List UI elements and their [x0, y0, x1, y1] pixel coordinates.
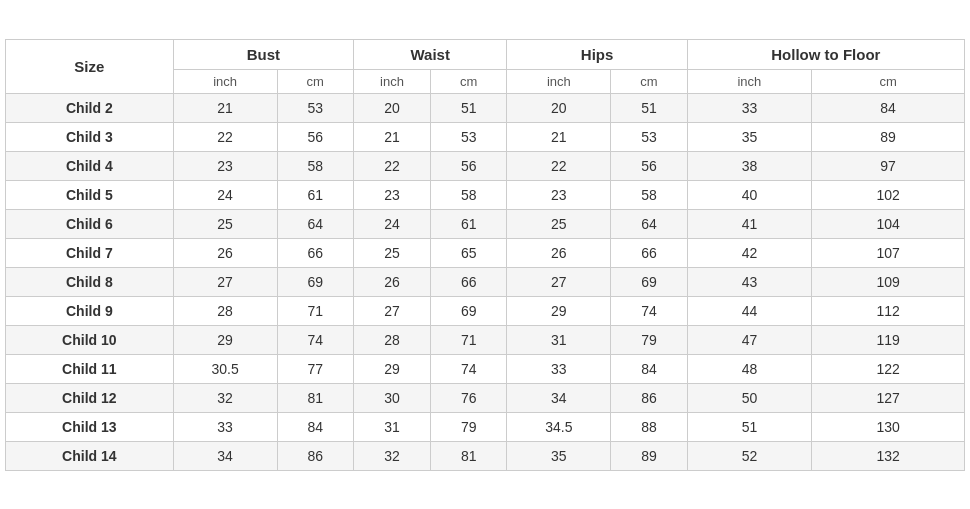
bust-cm-cell: 69: [277, 267, 353, 296]
hollow-cm-cell: 119: [812, 325, 965, 354]
hollow-cm-cell: 104: [812, 209, 965, 238]
size-cell: Child 3: [6, 122, 174, 151]
bust-cm-cell: 84: [277, 412, 353, 441]
waist-inch-cell: 24: [353, 209, 430, 238]
size-chart-table: Size Bust Waist Hips Hollow to Floor inc…: [5, 39, 965, 471]
waist-inch-cell: 23: [353, 180, 430, 209]
bust-inch-cell: 32: [173, 383, 277, 412]
waist-group-header: Waist: [353, 39, 507, 69]
bust-cm-header: cm: [277, 69, 353, 93]
table-row: Child 22153205120513384: [6, 93, 965, 122]
bust-cm-cell: 58: [277, 151, 353, 180]
table-row: Child 32256215321533589: [6, 122, 965, 151]
hollow-cm-cell: 107: [812, 238, 965, 267]
table-row: Child 133384317934.58851130: [6, 412, 965, 441]
hips-inch-cell: 21: [507, 122, 611, 151]
hips-cm-cell: 89: [611, 441, 687, 470]
hips-cm-header: cm: [611, 69, 687, 93]
hollow-cm-cell: 132: [812, 441, 965, 470]
bust-inch-cell: 28: [173, 296, 277, 325]
bust-cm-cell: 71: [277, 296, 353, 325]
hollow-inch-cell: 52: [687, 441, 811, 470]
waist-inch-cell: 20: [353, 93, 430, 122]
waist-inch-cell: 30: [353, 383, 430, 412]
hips-cm-cell: 53: [611, 122, 687, 151]
bust-cm-cell: 53: [277, 93, 353, 122]
hips-inch-cell: 27: [507, 267, 611, 296]
size-cell: Child 10: [6, 325, 174, 354]
waist-cm-cell: 66: [431, 267, 507, 296]
hollow-inch-cell: 35: [687, 122, 811, 151]
size-cell: Child 13: [6, 412, 174, 441]
hollow-cm-cell: 109: [812, 267, 965, 296]
bust-inch-cell: 25: [173, 209, 277, 238]
waist-inch-cell: 22: [353, 151, 430, 180]
waist-inch-header: inch: [353, 69, 430, 93]
bust-inch-cell: 29: [173, 325, 277, 354]
hollow-inch-header: inch: [687, 69, 811, 93]
hips-inch-cell: 25: [507, 209, 611, 238]
size-cell: Child 5: [6, 180, 174, 209]
hips-inch-cell: 34.5: [507, 412, 611, 441]
bust-inch-cell: 33: [173, 412, 277, 441]
size-cell: Child 11: [6, 354, 174, 383]
bust-cm-cell: 81: [277, 383, 353, 412]
size-cell: Child 4: [6, 151, 174, 180]
bust-inch-cell: 27: [173, 267, 277, 296]
hips-cm-cell: 56: [611, 151, 687, 180]
waist-inch-cell: 25: [353, 238, 430, 267]
size-cell: Child 12: [6, 383, 174, 412]
table-row: Child 726662565266642107: [6, 238, 965, 267]
bust-cm-cell: 64: [277, 209, 353, 238]
hollow-inch-cell: 43: [687, 267, 811, 296]
hollow-inch-cell: 44: [687, 296, 811, 325]
table-row: Child 625642461256441104: [6, 209, 965, 238]
hollow-inch-cell: 40: [687, 180, 811, 209]
hollow-inch-cell: 51: [687, 412, 811, 441]
table-body: Child 22153205120513384Child 32256215321…: [6, 93, 965, 470]
hollow-inch-cell: 47: [687, 325, 811, 354]
waist-cm-cell: 74: [431, 354, 507, 383]
bust-cm-cell: 77: [277, 354, 353, 383]
hips-inch-cell: 22: [507, 151, 611, 180]
hips-inch-cell: 34: [507, 383, 611, 412]
hips-cm-cell: 58: [611, 180, 687, 209]
hollow-inch-cell: 42: [687, 238, 811, 267]
waist-cm-cell: 53: [431, 122, 507, 151]
waist-cm-cell: 71: [431, 325, 507, 354]
bust-inch-cell: 24: [173, 180, 277, 209]
hollow-group-header: Hollow to Floor: [687, 39, 964, 69]
hips-cm-cell: 69: [611, 267, 687, 296]
waist-cm-cell: 69: [431, 296, 507, 325]
hips-cm-cell: 74: [611, 296, 687, 325]
size-cell: Child 6: [6, 209, 174, 238]
hips-cm-cell: 84: [611, 354, 687, 383]
waist-inch-cell: 31: [353, 412, 430, 441]
bust-inch-cell: 21: [173, 93, 277, 122]
waist-cm-header: cm: [431, 69, 507, 93]
size-column-header: Size: [6, 39, 174, 93]
bust-inch-cell: 34: [173, 441, 277, 470]
size-cell: Child 9: [6, 296, 174, 325]
waist-cm-cell: 65: [431, 238, 507, 267]
table-row: Child 1232813076348650127: [6, 383, 965, 412]
waist-inch-cell: 27: [353, 296, 430, 325]
hips-inch-cell: 26: [507, 238, 611, 267]
bust-inch-cell: 26: [173, 238, 277, 267]
waist-inch-cell: 28: [353, 325, 430, 354]
table-row: Child 524612358235840102: [6, 180, 965, 209]
hollow-inch-cell: 38: [687, 151, 811, 180]
waist-cm-cell: 61: [431, 209, 507, 238]
hollow-cm-cell: 97: [812, 151, 965, 180]
group-header-row: Size Bust Waist Hips Hollow to Floor: [6, 39, 965, 69]
hips-inch-cell: 31: [507, 325, 611, 354]
hips-group-header: Hips: [507, 39, 687, 69]
waist-cm-cell: 79: [431, 412, 507, 441]
hips-inch-cell: 23: [507, 180, 611, 209]
table-row: Child 827692666276943109: [6, 267, 965, 296]
table-row: Child 42358225622563897: [6, 151, 965, 180]
hips-inch-header: inch: [507, 69, 611, 93]
hips-inch-cell: 35: [507, 441, 611, 470]
bust-cm-cell: 56: [277, 122, 353, 151]
bust-inch-cell: 23: [173, 151, 277, 180]
